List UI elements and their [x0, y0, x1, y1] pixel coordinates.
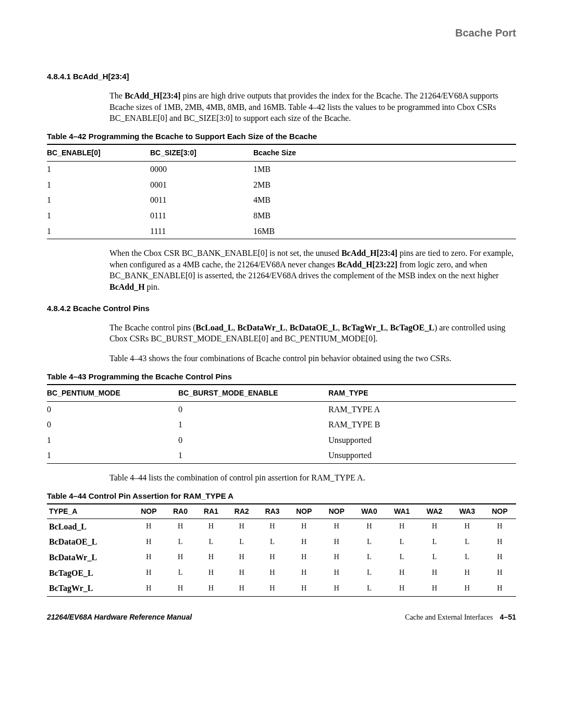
bold-signal-name: BcDataWr_L [237, 323, 285, 332]
table-cell: H [132, 550, 165, 565]
table-cell: L [386, 534, 419, 550]
table-cell: RAM_TYPE B [328, 417, 516, 433]
table-cell: H [483, 519, 516, 534]
table-cell: H [195, 565, 226, 581]
col-header: RA3 [257, 504, 288, 519]
table-cell: 0001 [150, 177, 253, 193]
col-header: BC_PENTIUM_MODE [47, 385, 178, 401]
table-row: BcTagWr_LHHHHHHHLHHHH [47, 581, 516, 596]
table-cell: 0011 [150, 192, 253, 208]
col-header: NOP [483, 504, 516, 519]
col-header: WA0 [353, 504, 386, 519]
table-row: 11Unsupported [47, 448, 516, 463]
text: , [338, 323, 342, 332]
table-row: BcDataOE_LHLLLLHHLLLLH [47, 534, 516, 550]
table-cell: L [353, 550, 386, 565]
col-header: RA1 [195, 504, 226, 519]
table-cell: H [353, 519, 386, 534]
col-header: NOP [320, 504, 353, 519]
table-cell: H [288, 581, 321, 596]
table-cell: H [320, 550, 353, 565]
table-cell: 8MB [253, 208, 516, 224]
table-cell: L [353, 565, 386, 581]
table-cell: L [165, 565, 196, 581]
table-cell: H [257, 550, 288, 565]
bold-signal-name: BcDataOE_L [289, 323, 337, 332]
table-cell: H [320, 581, 353, 596]
table-cell: H [483, 534, 516, 550]
table-cell: H [132, 565, 165, 581]
table-cell: H [165, 550, 196, 565]
table-cell: BcTagOE_L [47, 565, 132, 581]
table-cell: H [288, 550, 321, 565]
bold-signal-name: BcAdd_H [109, 282, 145, 291]
table-row: 100001MB [47, 162, 516, 177]
table-cell: H [132, 534, 165, 550]
table-cell: 1 [47, 448, 178, 463]
bold-signal-name: BcTagOE_L [390, 323, 434, 332]
text: When the Cbox CSR BC_BANK_ENABLE[0] is n… [109, 249, 341, 257]
table-cell: H [451, 581, 484, 596]
table-cell: L [451, 550, 484, 565]
table-cell: RAM_TYPE A [328, 401, 516, 417]
table-cell: L [226, 534, 257, 550]
table-cell: H [257, 519, 288, 534]
table-4-42-caption: Table 4–42 Programming the Bcache to Sup… [47, 131, 516, 145]
footer-chapter: Cache and External Interfaces [405, 613, 493, 621]
table-cell: 1 [47, 162, 150, 177]
table-cell: H [226, 581, 257, 596]
table-cell: H [257, 565, 288, 581]
table-cell: 0000 [150, 162, 253, 177]
table-cell: H [288, 565, 321, 581]
page-footer: 21264/EV68A Hardware Reference Manual Ca… [47, 612, 516, 623]
table-cell: 1 [47, 192, 150, 208]
table-cell: BcTagWr_L [47, 581, 132, 596]
table-cell: Unsupported [328, 433, 516, 448]
col-header: RA2 [226, 504, 257, 519]
table-cell: 1 [47, 208, 150, 224]
footer-page-number: 4–51 [500, 613, 516, 621]
table-cell: H [483, 550, 516, 565]
table-cell: 0 [47, 401, 178, 417]
table-cell: BcLoad_L [47, 519, 132, 534]
table-cell: BcDataWr_L [47, 550, 132, 565]
table-row: 101118MB [47, 208, 516, 224]
table-cell: 1 [47, 177, 150, 193]
text: The [109, 91, 125, 100]
bold-signal-name: BcAdd_H[23:4] [341, 249, 398, 257]
table-cell: Unsupported [328, 448, 516, 463]
table-row: 100012MB [47, 177, 516, 193]
table-cell: L [257, 534, 288, 550]
table-cell: H [386, 581, 419, 596]
table-row: 10Unsupported [47, 433, 516, 448]
table-cell: 0 [47, 417, 178, 433]
table-cell: H [226, 550, 257, 565]
table-cell: 1 [178, 417, 328, 433]
table-row: BcDataWr_LHHHHHHHLLLLH [47, 550, 516, 565]
col-header: BC_ENABLE[0] [47, 145, 150, 161]
table-cell: 1MB [253, 162, 516, 177]
section-4-8-4-1-heading: 4.8.4.1 BcAdd_H[23:4] [47, 71, 516, 82]
text: The Bcache control pins ( [109, 323, 195, 332]
col-header: WA1 [386, 504, 419, 519]
table-cell: H [418, 519, 451, 534]
table-cell: 1111 [150, 224, 253, 239]
table-cell: H [320, 519, 353, 534]
table-cell: H [386, 519, 419, 534]
table-cell: L [353, 534, 386, 550]
table-cell: H [483, 581, 516, 596]
section2-paragraph1: The Bcache control pins (BcLoad_L, BcDat… [109, 322, 516, 344]
table-cell: H [483, 565, 516, 581]
table-cell: L [386, 550, 419, 565]
col-header: Bcache Size [253, 145, 516, 161]
bold-signal-name: BcLoad_L [195, 323, 233, 332]
table-row: BcTagOE_LHLHHHHHLHHHH [47, 565, 516, 581]
table-4-44-caption: Table 4–44 Control Pin Assertion for RAM… [47, 491, 516, 504]
col-header: NOP [288, 504, 321, 519]
table-cell: 4MB [253, 192, 516, 208]
table-cell: L [451, 534, 484, 550]
col-header: RAM_TYPE [328, 385, 516, 401]
table-cell: 1 [47, 433, 178, 448]
table-cell: H [195, 519, 226, 534]
table-cell: L [353, 581, 386, 596]
